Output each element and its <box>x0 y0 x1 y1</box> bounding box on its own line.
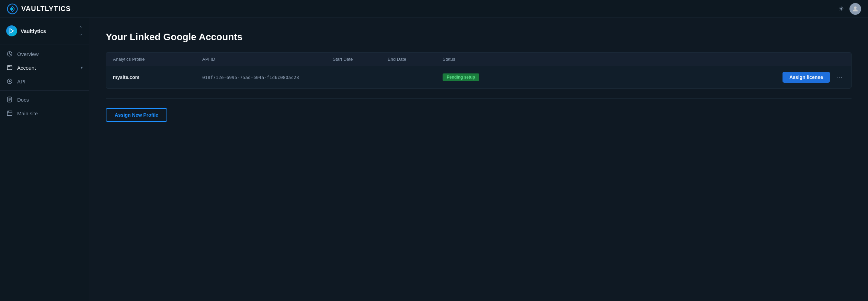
col-status: Status <box>443 57 511 62</box>
svg-rect-14 <box>7 111 12 116</box>
col-start-date: Start Date <box>333 57 388 62</box>
api-icon <box>6 78 13 85</box>
sidebar-item-api-label: API <box>17 79 83 84</box>
workspace-chevron-icon: ⌃⌄ <box>79 25 83 36</box>
sun-icon[interactable]: ☀ <box>838 5 844 13</box>
accounts-table: Analytics Profile API ID Start Date End … <box>106 52 852 89</box>
col-analytics-profile: Analytics Profile <box>113 57 202 62</box>
mainsite-icon <box>6 110 13 117</box>
topbar-right: ☀ <box>838 3 861 15</box>
sidebar-item-overview-label: Overview <box>17 51 83 57</box>
assign-license-button[interactable]: Assign license <box>783 72 830 83</box>
sidebar-item-api[interactable]: API <box>0 74 89 88</box>
sidebar-item-overview[interactable]: Overview <box>0 47 89 61</box>
row-actions: Assign license ⋯ <box>511 72 844 83</box>
layout: Vaultlytics ⌃⌄ Overview Account ▾ API <box>0 18 868 301</box>
logo-icon <box>7 3 18 14</box>
logo: VAULTLYTICS <box>7 3 71 14</box>
table-row: mysite.com 018f712e-6995-75ad-b04a-f1d6c… <box>106 66 851 88</box>
cell-profile: mysite.com <box>113 74 202 80</box>
cell-api-id: 018f712e-6995-75ad-b04a-f1d6c080ac28 <box>202 75 333 80</box>
user-avatar[interactable] <box>849 3 861 15</box>
sidebar-item-account-label: Account <box>17 65 77 71</box>
docs-icon <box>6 96 13 103</box>
col-end-date: End Date <box>388 57 443 62</box>
col-api-id: API ID <box>202 57 333 62</box>
cell-status: Pending setup <box>443 73 511 81</box>
main-content: Your Linked Google Accounts Analytics Pr… <box>89 18 868 301</box>
overview-icon <box>6 50 13 57</box>
account-icon <box>6 64 13 71</box>
sidebar-item-docs-label: Docs <box>17 97 83 103</box>
sidebar-workspace[interactable]: Vaultlytics ⌃⌄ <box>0 22 89 40</box>
sidebar-item-mainsite-label: Main site <box>17 111 83 116</box>
sidebar-item-docs[interactable]: Docs <box>0 93 89 106</box>
workspace-name: Vaultlytics <box>21 28 75 34</box>
section-divider <box>106 98 852 99</box>
more-options-button[interactable]: ⋯ <box>834 72 844 82</box>
page-title: Your Linked Google Accounts <box>106 32 852 43</box>
sidebar-item-account[interactable]: Account ▾ <box>0 61 89 74</box>
sidebar-divider-1 <box>0 45 89 45</box>
topbar: VAULTLYTICS ☀ <box>0 0 868 18</box>
sidebar-divider-2 <box>0 90 89 91</box>
logo-text: VAULTLYTICS <box>21 5 71 13</box>
status-badge: Pending setup <box>443 73 479 81</box>
col-actions <box>511 57 844 62</box>
sidebar-item-mainsite[interactable]: Main site <box>0 106 89 120</box>
workspace-icon <box>6 25 17 36</box>
svg-marker-3 <box>10 28 14 33</box>
table-header: Analytics Profile API ID Start Date End … <box>106 53 851 66</box>
assign-new-profile-button[interactable]: Assign New Profile <box>106 108 167 122</box>
svg-point-2 <box>854 6 856 9</box>
account-chevron-icon: ▾ <box>81 65 83 70</box>
sidebar: Vaultlytics ⌃⌄ Overview Account ▾ API <box>0 18 89 301</box>
